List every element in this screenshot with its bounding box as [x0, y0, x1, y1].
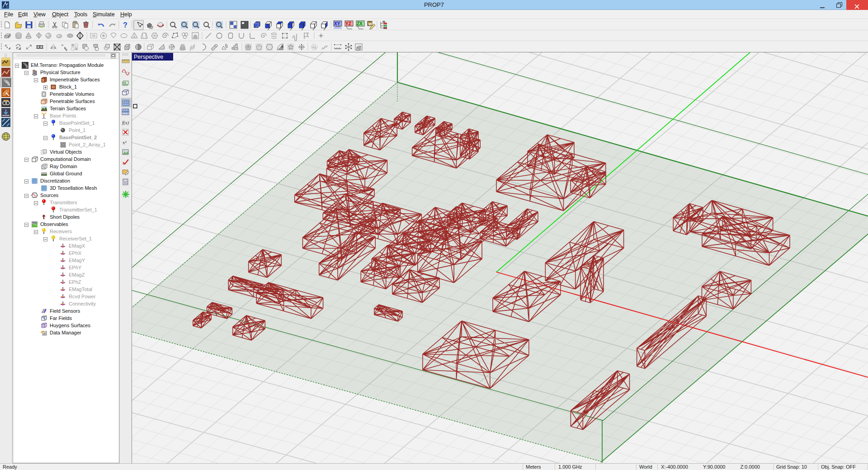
svg-text:f(x): f(x): [122, 120, 129, 126]
svg-text:ZX: ZX: [357, 21, 363, 26]
svg-text:x²: x²: [123, 140, 127, 145]
svg-text:YZ: YZ: [345, 21, 351, 26]
svg-text:Perspective: Perspective: [134, 54, 163, 60]
svg-text:W: W: [368, 22, 373, 26]
svg-text:?: ?: [123, 21, 127, 29]
svg-text:XY: XY: [334, 21, 340, 26]
svg-text:€: €: [124, 81, 126, 85]
